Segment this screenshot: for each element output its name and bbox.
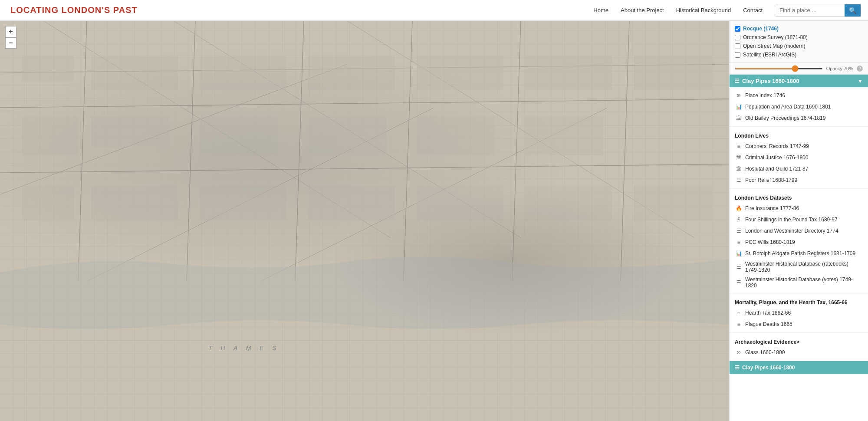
sidebar-item-plague-deaths[interactable]: ≡ Plague Deaths 1665 — [735, 319, 863, 330]
basemap-satellite-checkbox[interactable] — [735, 52, 740, 58]
pcc-wills-label: PCC Wills 1680-1819 — [745, 239, 795, 245]
nav-contact[interactable]: Contact — [743, 7, 763, 13]
active-layer-clay-pipes[interactable]: ☰ Clay Pipes 1660-1800 — [730, 361, 868, 374]
sidebar-item-population[interactable]: 📊 Population and Area Data 1690-1801 — [735, 101, 863, 112]
sidebar-item-four-shillings[interactable]: £ Four Shillings in the Pound Tax 1689-9… — [735, 214, 863, 225]
poor-relief-label: Poor Relief 1688-1799 — [745, 177, 797, 183]
basemap-rocque[interactable]: Rocque (1746) — [735, 24, 863, 33]
svg-rect-18 — [91, 116, 169, 147]
london-lives-datasets-title: London Lives Datasets — [735, 191, 863, 203]
lw-directory-icon: ☰ — [735, 227, 743, 235]
basemap-rocque-label: Rocque (1746) — [743, 26, 779, 32]
place-index-label: Place index 1746 — [745, 92, 785, 99]
search-input[interactable] — [775, 5, 845, 16]
archaeological-title: Archaeological Evidence> — [735, 335, 863, 347]
svg-rect-29 — [91, 186, 178, 220]
whd-ratebooks-icon: ☰ — [735, 263, 743, 271]
map-area[interactable]: T H A M E S + − — [0, 21, 729, 421]
top-items-section: ⊕ Place index 1746 📊 Population and Area… — [730, 87, 868, 127]
sidebar-item-fire-insurance[interactable]: 🔥 Fire Insurance 1777-86 — [735, 203, 863, 214]
hearth-tax-icon: ○ — [735, 309, 743, 317]
sidebar-item-glass[interactable]: ⊙ Glass 1660-1800 — [735, 347, 863, 358]
old-bailey-label: Old Bailey Proceedings 1674-1819 — [745, 115, 825, 121]
london-lives-section: London Lives ≡ Coroners' Records 1747-99… — [730, 127, 868, 189]
sidebar-item-coroners[interactable]: ≡ Coroners' Records 1747-99 — [735, 141, 863, 152]
zoom-controls: + − — [5, 26, 16, 49]
sidebar-item-place-index[interactable]: ⊕ Place index 1746 — [735, 90, 863, 101]
london-lives-datasets-section: London Lives Datasets 🔥 Fire Insurance 1… — [730, 189, 868, 293]
svg-rect-17 — [22, 116, 78, 155]
zoom-in-button[interactable]: + — [5, 26, 16, 37]
population-icon: 📊 — [735, 103, 743, 111]
fire-insurance-icon: 🔥 — [735, 204, 743, 212]
basemap-ordnance[interactable]: Ordnance Survey (1871-80) — [735, 33, 863, 42]
svg-line-6 — [404, 21, 412, 281]
header: LOCATING LONDON'S PAST Home About the Pr… — [0, 0, 868, 21]
basemap-osm-label: Open Street Map (modern) — [743, 43, 805, 49]
place-index-icon: ⊕ — [735, 92, 743, 99]
svg-rect-32 — [417, 186, 503, 220]
svg-rect-24 — [417, 116, 495, 155]
plague-deaths-icon: ≡ — [735, 320, 743, 328]
svg-line-4 — [187, 21, 195, 281]
coroners-icon: ≡ — [735, 142, 743, 150]
basemap-ordnance-checkbox[interactable] — [735, 35, 740, 40]
st-botolph-label: St. Botolph Aldgate Parish Registers 168… — [745, 250, 855, 257]
svg-rect-23 — [417, 56, 503, 90]
sidebar-item-whd-votes[interactable]: ☰ Westminster Historical Database (votes… — [735, 275, 863, 290]
svg-rect-15 — [22, 56, 74, 82]
search-button[interactable]: 🔍 — [845, 4, 861, 16]
svg-line-5 — [295, 21, 304, 281]
svg-rect-28 — [22, 186, 74, 220]
svg-line-0 — [0, 99, 729, 108]
sidebar-item-poor-relief[interactable]: ☰ Poor Relief 1688-1799 — [735, 174, 863, 186]
sidebar-item-hearth-tax[interactable]: ○ Hearth Tax 1662-66 — [735, 307, 863, 319]
zoom-out-button[interactable]: − — [5, 37, 16, 49]
basemap-rocque-checkbox[interactable] — [735, 26, 740, 32]
mortality-title: Mortality, Plague, and the Hearth Tax, 1… — [735, 296, 863, 307]
sidebar-item-lw-directory[interactable]: ☰ London and Westminster Directory 1774 — [735, 225, 863, 237]
fire-insurance-label: Fire Insurance 1777-86 — [745, 205, 799, 211]
sidebar-item-criminal[interactable]: 🏛 Criminal Justice 1676-1800 — [735, 152, 863, 163]
sidebar-item-old-bailey[interactable]: 🏛 Old Bailey Proceedings 1674-1819 — [735, 112, 863, 124]
svg-rect-20 — [200, 116, 278, 155]
search-container: 🔍 — [775, 4, 861, 17]
nav-home[interactable]: Home — [593, 7, 608, 13]
sidebar-item-pcc-wills[interactable]: ≡ PCC Wills 1680-1819 — [735, 237, 863, 248]
sidebar-item-hospital[interactable]: 🏛 Hospital and Guild 1721-87 — [735, 163, 863, 174]
basemap-osm-checkbox[interactable] — [735, 43, 740, 49]
basemap-osm[interactable]: Open Street Map (modern) — [735, 42, 863, 50]
sidebar-item-st-botolph[interactable]: 📊 St. Botolph Aldgate Parish Registers 1… — [735, 248, 863, 259]
poor-relief-icon: ☰ — [735, 176, 743, 184]
svg-rect-19 — [200, 56, 286, 90]
layer-header[interactable]: ☰ Clay Pipes 1660-1800 ▼ — [730, 75, 868, 87]
svg-rect-25 — [525, 56, 612, 90]
svg-rect-26 — [525, 116, 603, 155]
hospital-label: Hospital and Guild 1721-87 — [745, 166, 808, 172]
svg-rect-34 — [634, 186, 712, 220]
site-logo: LOCATING LONDON'S PAST — [0, 5, 148, 15]
nav-history[interactable]: Historical Background — [676, 7, 731, 13]
mortality-section: Mortality, Plague, and the Hearth Tax, 1… — [730, 293, 868, 333]
opacity-help-icon[interactable]: ? — [857, 66, 863, 72]
hearth-tax-label: Hearth Tax 1662-66 — [745, 310, 791, 316]
svg-rect-30 — [200, 186, 286, 220]
whd-votes-label: Westminster Historical Database (votes) … — [745, 276, 863, 289]
opacity-slider[interactable] — [735, 68, 823, 69]
four-shillings-icon: £ — [735, 216, 743, 224]
sidebar: Rocque (1746) Ordnance Survey (1871-80) … — [729, 21, 868, 421]
clay-pipes-active-icon: ☰ — [735, 365, 740, 371]
archaeological-section: Archaeological Evidence> ⊙ Glass 1660-18… — [730, 333, 868, 361]
sidebar-item-whd-ratebooks[interactable]: ☰ Westminster Historical Database (rateb… — [735, 259, 863, 275]
svg-rect-22 — [308, 116, 386, 155]
pcc-wills-icon: ≡ — [735, 238, 743, 246]
basemap-satellite[interactable]: Satellite (ESRI ArcGIS) — [735, 50, 863, 59]
layer-header-icon: ☰ — [735, 78, 740, 84]
main-nav: Home About the Project Historical Backgr… — [593, 4, 868, 17]
svg-rect-16 — [91, 56, 178, 90]
whd-votes-icon: ☰ — [735, 279, 743, 286]
svg-rect-31 — [308, 186, 395, 220]
svg-line-3 — [78, 21, 87, 281]
logo-text-main: LOCATING LONDON'S — [10, 5, 113, 15]
nav-about[interactable]: About the Project — [621, 7, 664, 13]
